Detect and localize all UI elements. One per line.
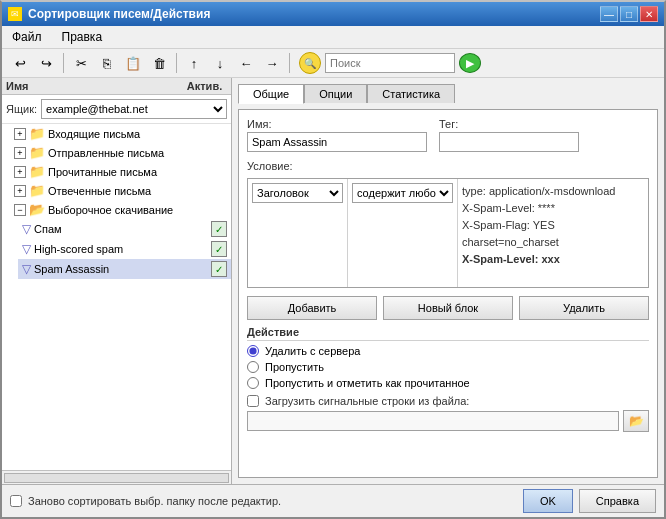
tree-item-replied[interactable]: + 📁 Отвеченные письма (10, 181, 231, 200)
h-scrollbar-area (2, 470, 231, 484)
tree-item-read[interactable]: + 📁 Прочитанные письма (10, 162, 231, 181)
delete-button[interactable]: Удалить (519, 296, 649, 320)
tb-cut[interactable]: ✂ (69, 52, 93, 74)
menu-file[interactable]: Файл (8, 28, 46, 46)
search-area: 🔍 ▶ (299, 52, 481, 74)
tree-item-spamassassin[interactable]: ▽ Spam Assassin ✓ (18, 259, 231, 279)
menu-bar: Файл Правка (2, 26, 664, 49)
close-button[interactable]: ✕ (640, 6, 658, 22)
signal-row: Загрузить сигнальные строки из файла: (247, 395, 649, 407)
tree-label-selective: Выборочное скачивание (48, 204, 227, 216)
bottom-bar: Заново сортировать выбр. папку после ред… (2, 484, 664, 517)
menu-edit[interactable]: Правка (58, 28, 107, 46)
tb-sep2 (176, 53, 177, 73)
tab-options[interactable]: Опции (304, 84, 367, 103)
tb-paste[interactable]: 📋 (121, 52, 145, 74)
h-scrollbar[interactable] (4, 473, 229, 483)
filter-icon-spam: ▽ (22, 222, 31, 236)
tb-sep3 (289, 53, 290, 73)
expander-replied[interactable]: + (14, 185, 26, 197)
search-go-button[interactable]: ▶ (459, 53, 481, 73)
re-sort-checkbox[interactable] (10, 495, 22, 507)
tree-item-selective[interactable]: − 📂 Выборочное скачивание (10, 200, 231, 219)
tb-delete[interactable]: 🗑 (147, 52, 171, 74)
expander-read[interactable]: + (14, 166, 26, 178)
signal-checkbox[interactable] (247, 395, 259, 407)
tb-sep1 (63, 53, 64, 73)
active-check-spamassassin: ✓ (211, 261, 227, 277)
col-name-header: Имя (6, 80, 182, 92)
active-check-highspam: ✓ (211, 241, 227, 257)
cond-field-select[interactable]: Заголовок (252, 183, 343, 203)
tree-item-sent[interactable]: + 📁 Отправленные письма (10, 143, 231, 162)
toolbar: ↩ ↪ ✂ ⎘ 📋 🗑 ↑ ↓ ← → 🔍 ▶ (2, 49, 664, 78)
expander-incoming[interactable]: + (14, 128, 26, 140)
add-button[interactable]: Добавить (247, 296, 377, 320)
tb-copy[interactable]: ⎘ (95, 52, 119, 74)
minimize-button[interactable]: — (600, 6, 618, 22)
name-tag-row: Имя: Тег: (247, 118, 649, 152)
tb-down[interactable]: ↓ (208, 52, 232, 74)
left-panel: Имя Актив. Ящик: example@thebat.net + 📁 … (2, 78, 232, 484)
tree-label-sent: Отправленные письма (48, 147, 227, 159)
expander-sent[interactable]: + (14, 147, 26, 159)
radio-skip-input[interactable] (247, 361, 259, 373)
name-input[interactable] (247, 132, 427, 152)
help-button[interactable]: Справка (579, 489, 656, 513)
tb-left[interactable]: ← (234, 52, 258, 74)
radio-skip-mark-input[interactable] (247, 377, 259, 389)
cond-operator-select[interactable]: содержит любое из (352, 183, 453, 203)
cond-value-1: type: application/x-msdownload (462, 183, 644, 200)
tb-up[interactable]: ↑ (182, 52, 206, 74)
folder-icon-replied: 📁 (29, 183, 45, 198)
expander-selective[interactable]: − (14, 204, 26, 216)
folder-icon-selective: 📂 (29, 202, 45, 217)
cond-values-col: type: application/x-msdownload X-Spam-Le… (458, 179, 648, 287)
mailbox-select[interactable]: example@thebat.net (41, 99, 227, 119)
search-input[interactable] (325, 53, 455, 73)
tag-label: Тег: (439, 118, 579, 130)
radio-skip[interactable]: Пропустить (247, 361, 649, 373)
title-bar: ✉ Сортировщик писем/Действия — □ ✕ (2, 2, 664, 26)
tag-input[interactable] (439, 132, 579, 152)
maximize-button[interactable]: □ (620, 6, 638, 22)
tree-item-highspam[interactable]: ▽ High-scored spam ✓ (18, 239, 231, 259)
tag-group: Тег: (439, 118, 579, 152)
cond-value-3: X-Spam-Flag: YES (462, 217, 644, 234)
signal-file-input[interactable] (247, 411, 619, 431)
radio-delete-server-input[interactable] (247, 345, 259, 357)
main-window: ✉ Сортировщик писем/Действия — □ ✕ Файл … (0, 0, 666, 519)
tab-stats[interactable]: Статистика (367, 84, 455, 103)
window-title: Сортировщик писем/Действия (28, 7, 210, 21)
tree-label-read: Прочитанные письма (48, 166, 227, 178)
radio-skip-mark[interactable]: Пропустить и отметить как прочитанное (247, 377, 649, 389)
tb-redo[interactable]: ↪ (34, 52, 58, 74)
tree-label-replied: Отвеченные письма (48, 185, 227, 197)
mailbox-label: Ящик: (6, 103, 37, 115)
tree-header: Имя Актив. (2, 78, 231, 95)
condition-label: Условие: (247, 160, 649, 172)
window-controls: — □ ✕ (600, 6, 658, 22)
tree-item-spam[interactable]: ▽ Спам ✓ (18, 219, 231, 239)
folder-icon-read: 📁 (29, 164, 45, 179)
radio-skip-label: Пропустить (265, 361, 324, 373)
tree-label-incoming: Входящие письма (48, 128, 227, 140)
tree-item-incoming[interactable]: + 📁 Входящие письма (10, 124, 231, 143)
active-check-spam: ✓ (211, 221, 227, 237)
tb-undo[interactable]: ↩ (8, 52, 32, 74)
tree-label-highspam: High-scored spam (34, 243, 211, 255)
filter-tree: + 📁 Входящие письма + 📁 Отправленные пис… (2, 124, 231, 470)
name-label: Имя: (247, 118, 427, 130)
right-panel: Общие Опции Статистика Имя: Тег: (232, 78, 664, 484)
tb-right[interactable]: → (260, 52, 284, 74)
cond-header-col: Заголовок (248, 179, 348, 287)
new-block-button[interactable]: Новый блок (383, 296, 513, 320)
filter-icon-highspam: ▽ (22, 242, 31, 256)
ok-button[interactable]: OK (523, 489, 573, 513)
signal-section: Загрузить сигнальные строки из файла: 📂 (247, 395, 649, 432)
filter-icon-spamassassin: ▽ (22, 262, 31, 276)
tab-general[interactable]: Общие (238, 84, 304, 104)
signal-browse-button[interactable]: 📂 (623, 410, 649, 432)
radio-delete-server[interactable]: Удалить с сервера (247, 345, 649, 357)
radio-delete-server-label: Удалить с сервера (265, 345, 360, 357)
